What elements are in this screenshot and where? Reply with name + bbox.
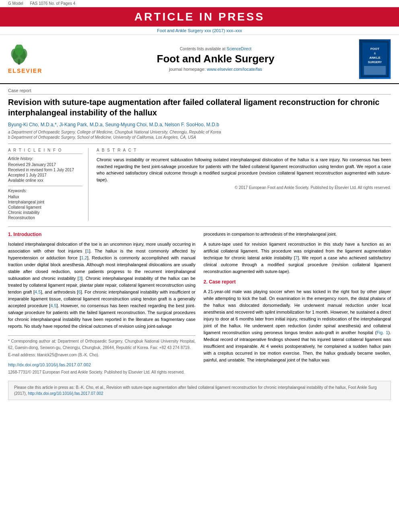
article-info-header: A R T I C L E I N F O bbox=[8, 148, 82, 154]
fas-number: FAS 1076 No. of Pages 4 bbox=[30, 1, 75, 6]
body-left-column: 1. Introduction Isolated interphalangeal… bbox=[8, 231, 195, 375]
affiliations: a Department of Orthopaedic Surgery, Col… bbox=[8, 130, 391, 140]
journal-homepage: journal homepage: www.elsevier.com/locat… bbox=[72, 67, 359, 72]
elsevier-wordmark: ELSEVIER bbox=[8, 68, 42, 74]
received-revised-date: Received in revised form 1 July 2017 bbox=[8, 168, 82, 172]
abstract-column: A B S T R A C T Chronic varus instabilit… bbox=[97, 148, 391, 221]
homepage-url[interactable]: www.elsevier.com/locate/fas bbox=[207, 67, 262, 72]
article-info-column: A R T I C L E I N F O Article history: R… bbox=[8, 148, 88, 221]
citation-doi-link[interactable]: http://dx.doi.org/10.1016/j.fas.2017.07.… bbox=[28, 391, 103, 396]
intro-section-title: 1. Introduction bbox=[8, 231, 195, 238]
body-content: 1. Introduction Isolated interphalangeal… bbox=[8, 226, 391, 375]
journal-name: Foot and Ankle Surgery bbox=[72, 53, 359, 65]
footnote-area: * Corresponding author at: Department of… bbox=[8, 335, 195, 358]
ref-7[interactable]: 7 bbox=[295, 255, 298, 260]
keyword-2: Interphalangeal joint bbox=[8, 200, 82, 204]
keyword-3: Collateral ligament bbox=[8, 205, 82, 210]
contents-line: Contents lists available at ScienceDirec… bbox=[72, 47, 359, 51]
email-footnote: E-mail address: titanick25@naver.com (B.… bbox=[8, 352, 195, 358]
svg-rect-11 bbox=[364, 66, 386, 75]
affiliation-a: a Department of Orthopaedic Surgery, Col… bbox=[8, 130, 391, 134]
citation-bar: Please cite this article in press as: B.… bbox=[8, 381, 391, 400]
elsevier-logo: ELSEVIER bbox=[8, 45, 72, 74]
svg-text:SURGERY: SURGERY bbox=[368, 61, 382, 64]
accepted-date: Accepted 1 July 2017 bbox=[8, 173, 82, 177]
keyword-4: Chronic instability bbox=[8, 210, 82, 215]
ref-4-5[interactable]: 4,5 bbox=[35, 290, 41, 294]
intro-para-right-2: A suture-tape used for revision ligament… bbox=[204, 241, 391, 275]
corresponding-author: * Corresponding author at: Department of… bbox=[8, 338, 195, 351]
available-online: Available online xxx bbox=[8, 178, 82, 183]
authors-line: Byung-Ki Cho, M.D.a,*, Ji-Kang Park, M.D… bbox=[8, 122, 391, 127]
article-in-press-banner: ARTICLE IN PRESS bbox=[0, 7, 399, 27]
case-report-paragraph: A 21-year-old male was playing soccer wh… bbox=[204, 288, 391, 364]
cover-image-icon: FOOT & ANKLE SURGERY bbox=[361, 41, 389, 77]
abstract-header: A B S T R A C T bbox=[97, 148, 391, 154]
ref-3[interactable]: 3 bbox=[79, 276, 81, 281]
body-right-column: procedures in comparison to arthrodesis … bbox=[204, 231, 391, 375]
top-header: ELSEVIER Contents lists available at Sci… bbox=[0, 35, 399, 84]
intro-paragraph-1: Isolated interphalangeal dislocation of … bbox=[8, 241, 195, 330]
sciencedirect-link[interactable]: ScienceDirect bbox=[226, 47, 251, 51]
svg-text:FOOT: FOOT bbox=[370, 47, 379, 51]
journal-cover-thumbnail: FOOT & ANKLE SURGERY bbox=[359, 39, 391, 79]
history-label: Article history: bbox=[8, 156, 82, 161]
article-title: Revision with suture-tape augmentation a… bbox=[8, 97, 391, 118]
svg-text:ANKLE: ANKLE bbox=[369, 56, 380, 60]
elsevier-tree-icon bbox=[8, 45, 30, 67]
svg-text:&: & bbox=[374, 52, 376, 55]
main-content: Case report Revision with suture-tape au… bbox=[0, 84, 399, 404]
ref-1[interactable]: 1 bbox=[86, 249, 89, 253]
ref-6[interactable]: 6 bbox=[78, 290, 80, 294]
abstract-text: Chronic varus instability or recurrent s… bbox=[97, 156, 391, 183]
doi-url[interactable]: http://dx.doi.org/10.1016/j.fas.2017.07.… bbox=[8, 362, 91, 367]
abstract-copyright: © 2017 European Foot and Ankle Society. … bbox=[97, 185, 391, 190]
ref-4-5b[interactable]: 4,5 bbox=[50, 303, 56, 308]
received-date: Received 29 January 2017 bbox=[8, 162, 82, 167]
affiliation-b: b Department of Orthopaedic Surgery, Sch… bbox=[8, 135, 391, 140]
journal-title-center: Contents lists available at ScienceDirec… bbox=[72, 47, 359, 72]
email-link[interactable]: titanick25@naver.com bbox=[37, 353, 77, 357]
article-type-label: Case report bbox=[8, 88, 391, 94]
keyword-5: Reconstruction bbox=[8, 216, 82, 220]
ref-1-2[interactable]: 1,2 bbox=[81, 255, 87, 260]
issn-line: 1268-7731/© 2017 European Foot and Ankle… bbox=[8, 369, 195, 376]
gmodel-line: G Model FAS 1076 No. of Pages 4 bbox=[0, 0, 399, 7]
case-report-section-title: 2. Case report bbox=[204, 278, 391, 286]
doi-line: http://dx.doi.org/10.1016/j.fas.2017.07.… bbox=[8, 362, 195, 368]
fig-1-link[interactable]: Fig. 1 bbox=[376, 330, 388, 335]
gmodel-text: G Model bbox=[8, 1, 23, 6]
keywords-label: Keywords: bbox=[8, 186, 82, 193]
keyword-1: Hallux bbox=[8, 195, 82, 199]
info-abstract-row: A R T I C L E I N F O Article history: R… bbox=[8, 144, 391, 221]
journal-info-bar: Foot and Ankle Surgery xxx (2017) xxx–xx… bbox=[0, 27, 399, 35]
intro-para-right-1: procedures in comparison to arthrodesis … bbox=[204, 231, 391, 238]
